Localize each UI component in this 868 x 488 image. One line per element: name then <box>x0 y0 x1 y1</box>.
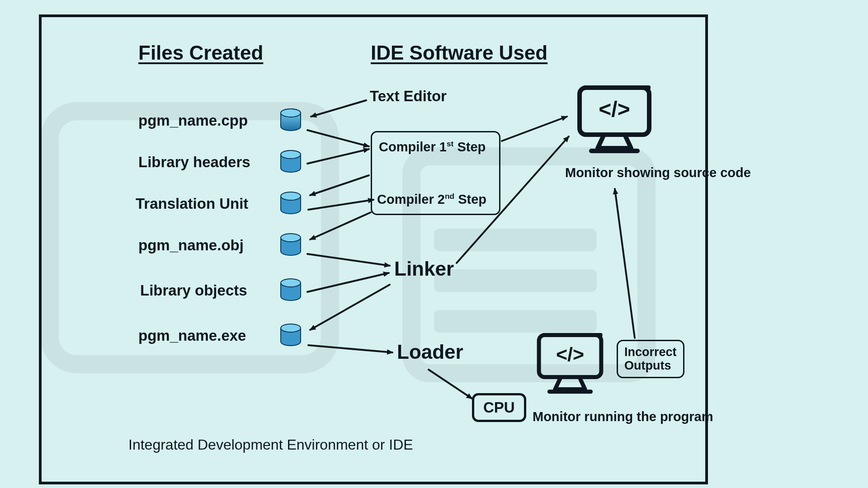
svg-line-29 <box>307 254 390 266</box>
svg-line-34 <box>502 117 567 141</box>
svg-line-28 <box>310 212 371 239</box>
svg-line-35 <box>457 136 569 263</box>
svg-line-26 <box>310 175 369 195</box>
svg-line-25 <box>307 149 369 164</box>
svg-line-32 <box>308 345 392 352</box>
svg-line-31 <box>310 285 390 330</box>
svg-line-24 <box>307 130 369 146</box>
svg-line-36 <box>615 189 635 338</box>
arrows-layer <box>0 0 868 488</box>
svg-line-33 <box>429 370 472 399</box>
svg-line-23 <box>311 100 366 117</box>
diagram-stage: Files Created IDE Software Used pgm_name… <box>0 0 868 488</box>
svg-line-30 <box>307 273 389 292</box>
svg-line-27 <box>308 200 373 210</box>
